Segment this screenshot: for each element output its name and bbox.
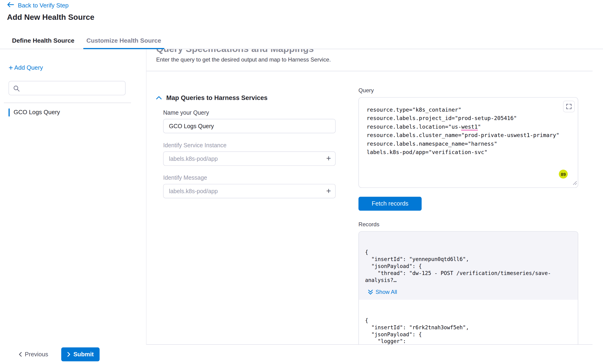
add-query-label: Add Query bbox=[14, 64, 43, 71]
query-search bbox=[9, 81, 126, 95]
show-all-label: Show All bbox=[375, 289, 397, 295]
query-list-item[interactable]: GCO Logs Query bbox=[9, 106, 146, 118]
query-item-label: GCO Logs Query bbox=[13, 109, 60, 116]
service-instance-input[interactable] bbox=[163, 151, 336, 166]
collapse-header[interactable]: Map Queries to Harness Services bbox=[156, 94, 334, 102]
back-arrow-icon bbox=[7, 2, 14, 9]
previous-label: Previous bbox=[25, 351, 48, 358]
query-mapping-form: Name your Query Identify Service Instanc… bbox=[163, 109, 336, 198]
add-health-source-page: Back to Verify Step Add New Health Sourc… bbox=[0, 0, 603, 364]
query-section: Query resource.type="k8s_container" reso… bbox=[358, 87, 578, 345]
add-query-button[interactable]: + Add Query bbox=[9, 64, 43, 71]
section-divider bbox=[146, 71, 592, 71]
identify-message-field: + bbox=[163, 184, 336, 198]
add-message-icon[interactable]: + bbox=[326, 186, 331, 196]
identify-message-input[interactable] bbox=[163, 184, 336, 198]
service-instance-label: Identify Service Instance bbox=[163, 142, 336, 148]
tab-define-health-source[interactable]: Define Health Source bbox=[9, 33, 77, 49]
selected-indicator bbox=[9, 108, 10, 116]
query-textarea[interactable]: resource.type="k8s_container" resource.l… bbox=[358, 97, 578, 188]
char-count-badge: 89 bbox=[559, 170, 568, 179]
chevron-up-icon bbox=[156, 96, 162, 100]
content-bottom-divider bbox=[146, 344, 592, 345]
record-json: { "insertId": "r6rk2tnah3owf5eh", "jsonP… bbox=[365, 317, 572, 345]
chevron-right-icon bbox=[67, 352, 71, 357]
records-label: Records bbox=[358, 221, 578, 228]
sidebar-divider bbox=[4, 102, 131, 103]
page-header: Back to Verify Step Add New Health Sourc… bbox=[0, 0, 603, 49]
tab-bar: Define Health Source Customize Health So… bbox=[0, 33, 164, 49]
query-sidebar: + Add Query GCO Logs Query bbox=[0, 49, 146, 345]
records-panel: { "insertId": "yennepun0qtd6ll6", "jsonP… bbox=[358, 231, 578, 345]
tab-customize-health-source[interactable]: Customize Health Source bbox=[83, 33, 164, 49]
search-icon bbox=[13, 85, 20, 92]
chevron-left-icon bbox=[19, 352, 22, 357]
service-instance-field: + bbox=[163, 151, 336, 166]
record-item: { "insertId": "r6rk2tnah3owf5eh", "jsonP… bbox=[359, 300, 578, 345]
expand-fullscreen-icon[interactable] bbox=[563, 101, 575, 112]
map-section-title: Map Queries to Harness Services bbox=[166, 94, 267, 102]
record-item: { "insertId": "yennepun0qtd6ll6", "jsonP… bbox=[359, 232, 578, 300]
query-search-input[interactable] bbox=[9, 81, 125, 95]
query-name-label: Name your Query bbox=[163, 109, 336, 116]
add-service-instance-icon[interactable]: + bbox=[326, 153, 331, 163]
submit-label: Submit bbox=[73, 351, 94, 358]
query-label: Query bbox=[358, 87, 374, 93]
identify-message-label: Identify Message bbox=[163, 174, 336, 181]
plus-icon: + bbox=[9, 64, 13, 71]
show-all-link[interactable]: Show All bbox=[368, 289, 397, 295]
back-link-label: Back to Verify Step bbox=[18, 2, 69, 9]
record-json: { "insertId": "yennepun0qtd6ll6", "jsonP… bbox=[365, 249, 572, 284]
submit-button[interactable]: Submit bbox=[61, 347, 100, 362]
body-area: + Add Query GCO Logs Query Query Specifi… bbox=[0, 49, 603, 345]
footer-bar: Previous Submit bbox=[0, 345, 603, 364]
back-link[interactable]: Back to Verify Step bbox=[7, 2, 69, 9]
query-name-input[interactable] bbox=[163, 119, 336, 133]
previous-button[interactable]: Previous bbox=[19, 351, 48, 358]
section-title: Query Specifications and Mappings bbox=[156, 49, 603, 55]
main-content: Query Specifications and Mappings Enter … bbox=[146, 49, 603, 345]
double-chevron-down-icon bbox=[368, 289, 373, 295]
section-subtitle: Enter the query to get the desired outpu… bbox=[156, 57, 603, 63]
resize-handle[interactable] bbox=[573, 180, 577, 187]
query-text: resource.type="k8s_container" resource.l… bbox=[359, 98, 578, 157]
page-title: Add New Health Source bbox=[7, 13, 94, 22]
fetch-records-button[interactable]: Fetch records bbox=[358, 197, 422, 211]
map-queries-section: Map Queries to Harness Services Name you… bbox=[156, 94, 334, 198]
